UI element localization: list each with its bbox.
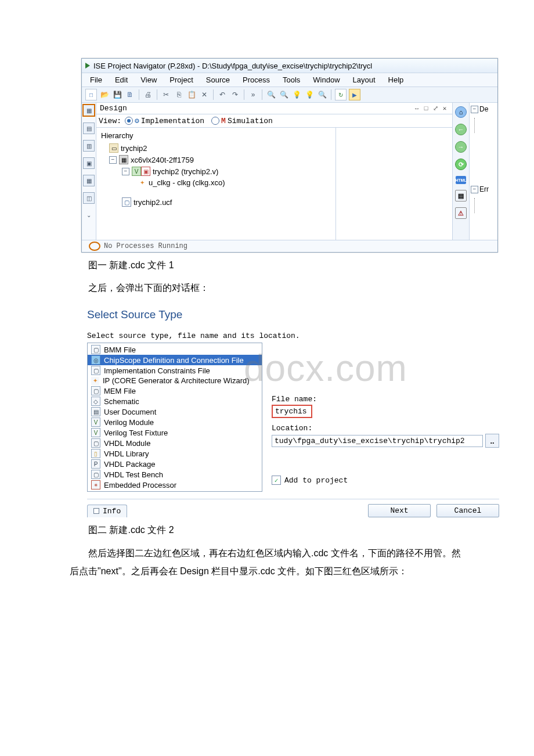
panel-move-icon[interactable]: ↔ [413, 105, 421, 113]
collapse-icon[interactable]: − [109, 156, 117, 164]
type-ucf-label: Implementation Constraints File [104, 366, 210, 375]
menu-process[interactable]: Process [238, 74, 275, 85]
toolbar: □ 📂 💾 🗎 🖨 ✂ ⎘ 📋 ✕ ↶ ↷ » 🔍 🔍 💡 💡 🔍 ↻ ▶ [82, 87, 497, 103]
tree-project[interactable]: ▭ trychip2 [109, 142, 333, 154]
tree-device-label: xc6vlx240t-2ff1759 [131, 156, 194, 164]
reload-icon[interactable]: ⟳ [455, 159, 467, 170]
tree-top-module[interactable]: − V ▣ trychip2 (trychip2.v) [122, 165, 333, 177]
location-input[interactable] [272, 435, 483, 447]
error-icon[interactable]: ⚠ [455, 207, 467, 219]
report-icon[interactable]: ▤ [455, 190, 467, 201]
delete-icon[interactable]: ✕ [199, 89, 210, 100]
type-udoc[interactable]: ▤User Document [88, 406, 262, 417]
type-bmm[interactable]: ▢BMM File [88, 344, 262, 355]
zoom-icon[interactable]: 🔍 [317, 89, 327, 100]
new-icon[interactable]: □ [85, 89, 97, 100]
type-ip[interactable]: ✦IP (CORE Generator & Architecture Wizar… [88, 376, 262, 386]
toolbar-sep [157, 89, 157, 100]
figure-two-caption: 图二 新建.cdc 文件 2 [88, 524, 511, 537]
type-mem[interactable]: ▢MEM File [88, 386, 262, 396]
cancel-button[interactable]: Cancel [436, 504, 499, 517]
menu-help[interactable]: Help [384, 74, 409, 85]
collapse-icon[interactable]: − [471, 186, 478, 193]
tree-device[interactable]: − ▦ xc6vlx240t-2ff1759 [109, 154, 333, 165]
impl-radio[interactable] [125, 117, 133, 125]
print-icon[interactable]: 🖨 [143, 89, 153, 100]
more-icon[interactable]: » [248, 89, 258, 100]
add-to-project-checkbox[interactable]: ✓ [272, 476, 281, 485]
paste-icon[interactable]: 📋 [186, 89, 197, 100]
type-cdc[interactable]: ◎ChipScope Definition and Connection Fil… [88, 355, 262, 365]
menubar: File Edit View Project Source Process To… [82, 73, 497, 87]
type-vhdl[interactable]: ▯VHDL Library [88, 448, 262, 459]
html-icon[interactable]: HTML [456, 176, 466, 184]
back-icon[interactable]: ← [455, 124, 467, 135]
ise-window: ISE Project Navigator (P.28xd) - D:\Stud… [81, 58, 498, 253]
tree-ucf[interactable]: ▢ trychip2.ucf [122, 196, 333, 208]
tree-ip-inst[interactable]: ✦ u_clkg - clkg (clkg.xco) [138, 177, 333, 188]
menu-window[interactable]: Window [308, 74, 344, 85]
find2-icon[interactable]: 🔍 [279, 89, 289, 100]
menu-tools[interactable]: Tools [278, 74, 305, 85]
home-icon[interactable]: ⌂ [455, 106, 467, 118]
type-emb[interactable]: ✶Embedded Processor [88, 480, 262, 490]
panel-title: Design [100, 104, 127, 113]
design-summary-button[interactable]: ◫ [83, 192, 95, 204]
browse-button[interactable]: .. [485, 434, 499, 448]
menu-view[interactable]: View [136, 74, 161, 85]
run-icon[interactable]: ▶ [349, 89, 360, 100]
toolbar-sep [213, 89, 214, 100]
save-icon[interactable]: 💾 [112, 89, 122, 100]
sim-radio[interactable] [211, 117, 219, 125]
design-summary-node[interactable]: De [479, 105, 488, 113]
instances-view-button[interactable]: ▣ [83, 157, 95, 169]
type-vhdm-label: VHDL Module [104, 439, 150, 448]
undo-icon[interactable]: ↶ [217, 89, 228, 100]
sim-label: Simulation [228, 117, 273, 125]
info-tab[interactable]: Info [87, 505, 127, 517]
files-view-button[interactable]: ▤ [83, 123, 95, 134]
collapse-icon[interactable]: − [471, 106, 478, 113]
type-vhdtb[interactable]: ▢VHDL Test Bench [88, 469, 262, 480]
menu-edit[interactable]: Edit [110, 74, 132, 85]
design-panel: Design ↔ □ ⤢ ✕ View: ⚙ Im [96, 103, 453, 240]
processes-view-button[interactable]: ▦ [83, 175, 95, 186]
menu-file[interactable]: File [85, 74, 107, 85]
source-type-list[interactable]: ▢BMM File ◎ChipScope Definition and Conn… [87, 343, 262, 492]
redo-icon[interactable]: ↷ [230, 89, 240, 100]
libraries-view-button[interactable]: ▥ [83, 140, 95, 152]
forward-icon[interactable]: → [455, 141, 467, 153]
type-vhdm[interactable]: ▢VHDL Module [88, 438, 262, 448]
type-ip-label: IP (CORE Generator & Architecture Wizard… [103, 376, 250, 385]
refresh-icon[interactable]: ↻ [335, 89, 347, 100]
copy-icon[interactable]: ⎘ [174, 89, 184, 100]
type-ucf[interactable]: ▢Implementation Constraints File [88, 365, 262, 376]
hierarchy-title: Hierarchy [99, 130, 333, 142]
top-module-icon: ▣ [141, 167, 150, 176]
collapse-icon[interactable]: − [122, 168, 129, 175]
panel-close-icon[interactable]: ✕ [441, 105, 449, 113]
toolbar-sep [331, 89, 331, 100]
menu-source[interactable]: Source [201, 74, 234, 85]
type-vhdp[interactable]: PVHDL Package [88, 459, 262, 469]
save-all-icon[interactable]: 🗎 [125, 89, 135, 100]
type-vtf[interactable]: VVerilog Test Fixture [88, 427, 262, 438]
type-sch[interactable]: ◇Schematic [88, 396, 262, 406]
open-icon[interactable]: 📂 [99, 89, 110, 100]
menu-layout[interactable]: Layout [348, 74, 380, 85]
menu-project[interactable]: Project [165, 74, 197, 85]
type-emb-label: Embedded Processor [104, 481, 176, 489]
filename-input[interactable] [272, 405, 312, 418]
find-icon[interactable]: 🔍 [266, 89, 276, 100]
chevron-down-icon[interactable]: ⌄ [84, 210, 94, 220]
light-icon[interactable]: 💡 [291, 89, 302, 100]
next-button[interactable]: Next [368, 504, 431, 517]
cut-icon[interactable]: ✂ [161, 89, 171, 100]
panel-pin-icon[interactable]: ⤢ [431, 105, 439, 113]
sources-view-button[interactable]: ▦ [82, 104, 95, 117]
errors-node[interactable]: Err [479, 185, 489, 193]
type-vmod[interactable]: VVerilog Module [88, 417, 262, 427]
sim-m-icon: M [221, 117, 226, 125]
light2-icon[interactable]: 💡 [304, 89, 315, 100]
panel-detach-icon[interactable]: □ [422, 105, 430, 113]
